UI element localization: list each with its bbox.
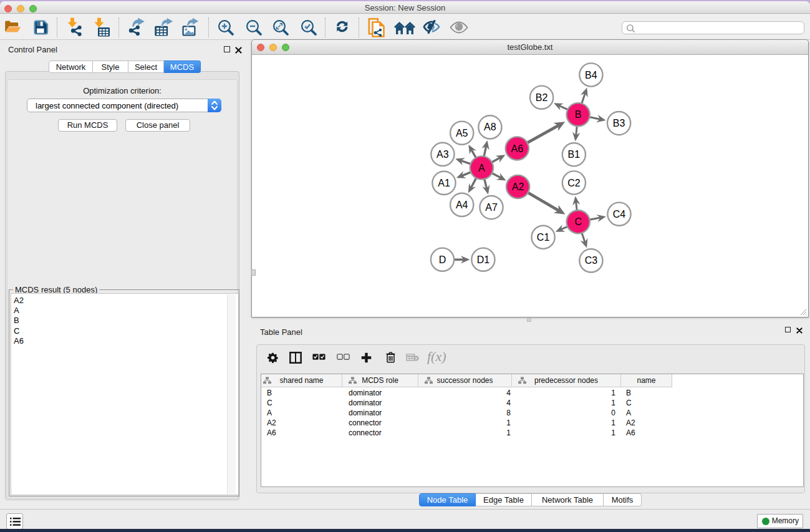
svg-text:D: D [439, 254, 446, 265]
svg-text:B: B [575, 109, 582, 120]
svg-text:B2: B2 [536, 92, 548, 103]
svg-text:B1: B1 [568, 149, 581, 160]
svg-text:A: A [478, 163, 485, 173]
svg-text:A1: A1 [438, 178, 450, 188]
svg-text:C2: C2 [567, 178, 581, 188]
svg-text:A6: A6 [511, 143, 524, 154]
svg-text:C1: C1 [537, 232, 550, 243]
svg-text:B4: B4 [585, 70, 597, 80]
svg-text:B3: B3 [613, 118, 625, 128]
svg-text:C4: C4 [613, 209, 626, 220]
svg-text:A5: A5 [456, 128, 468, 138]
svg-text:A8: A8 [484, 122, 496, 132]
svg-text:C: C [574, 216, 582, 227]
svg-text:A2: A2 [512, 181, 524, 192]
svg-text:C3: C3 [585, 255, 598, 266]
svg-text:D1: D1 [477, 254, 490, 265]
svg-text:A3: A3 [436, 149, 449, 160]
svg-text:A7: A7 [485, 202, 498, 213]
svg-text:A4: A4 [456, 200, 468, 210]
